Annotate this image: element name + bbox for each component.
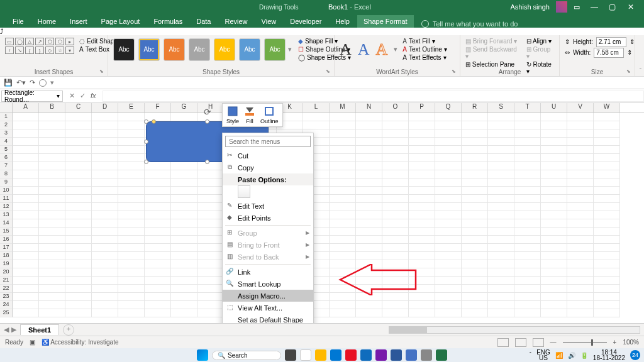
cell[interactable] <box>382 121 409 129</box>
cell[interactable] <box>462 121 488 129</box>
cell[interactable] <box>118 170 145 178</box>
cell[interactable] <box>567 277 594 285</box>
column-header[interactable]: L <box>303 103 330 112</box>
cell[interactable] <box>567 129 594 138</box>
text-fill-button[interactable]: AText Fill▾ <box>402 38 447 45</box>
cell[interactable] <box>594 146 620 154</box>
cell[interactable] <box>567 195 594 203</box>
cell[interactable] <box>145 178 171 187</box>
cell[interactable] <box>409 244 435 252</box>
cell[interactable] <box>356 219 382 228</box>
column-header[interactable]: M <box>330 103 356 112</box>
cell[interactable] <box>435 162 462 170</box>
cell[interactable] <box>65 170 92 178</box>
cell[interactable] <box>409 138 435 146</box>
column-header[interactable]: R <box>462 103 488 112</box>
cell[interactable] <box>118 203 145 211</box>
cell[interactable] <box>514 170 541 178</box>
cell[interactable] <box>435 170 462 178</box>
cell[interactable] <box>594 244 620 252</box>
cell[interactable] <box>462 195 488 203</box>
cell[interactable] <box>92 309 118 317</box>
cell[interactable] <box>145 244 171 252</box>
cell[interactable] <box>488 252 514 260</box>
cell[interactable] <box>13 211 39 219</box>
row-header[interactable]: 11 <box>0 195 13 203</box>
cell[interactable] <box>356 138 382 146</box>
resize-handle[interactable] <box>205 160 209 164</box>
cell[interactable] <box>541 252 567 260</box>
row-header[interactable]: 13 <box>0 211 13 219</box>
cell[interactable] <box>330 146 356 154</box>
cell[interactable] <box>382 129 409 138</box>
cell[interactable] <box>514 268 541 277</box>
row-header[interactable]: 16 <box>0 236 13 244</box>
cell[interactable] <box>567 121 594 129</box>
cell[interactable] <box>197 178 224 187</box>
style-swatch[interactable]: Abc <box>189 38 210 61</box>
cell[interactable] <box>145 203 171 211</box>
cell[interactable] <box>435 301 462 309</box>
cell[interactable] <box>39 301 65 309</box>
cell[interactable] <box>409 285 435 293</box>
cell[interactable] <box>171 113 197 121</box>
cell[interactable] <box>594 187 620 195</box>
column-header[interactable]: A <box>13 103 39 112</box>
redo-icon[interactable]: ↷ <box>30 79 35 87</box>
cell[interactable] <box>171 301 197 309</box>
cell[interactable] <box>65 260 92 268</box>
row-header[interactable]: 22 <box>0 285 13 293</box>
cell[interactable] <box>594 285 620 293</box>
cell[interactable] <box>541 138 567 146</box>
cell[interactable] <box>594 195 620 203</box>
cell[interactable] <box>409 195 435 203</box>
cell[interactable] <box>65 146 92 154</box>
cell[interactable] <box>39 219 65 228</box>
cell[interactable] <box>435 203 462 211</box>
cell[interactable] <box>462 277 488 285</box>
cell[interactable] <box>330 309 356 317</box>
collapse-ribbon-icon[interactable]: ˇ <box>640 68 641 75</box>
cell[interactable] <box>118 252 145 260</box>
menu-item-send-back[interactable]: ▥Send to Back▶ <box>223 251 313 263</box>
app-icon[interactable] <box>421 349 432 361</box>
cell[interactable] <box>13 301 39 309</box>
next-sheet-icon[interactable]: ▶ <box>11 326 16 334</box>
cell[interactable] <box>382 203 409 211</box>
style-swatch[interactable]: Abc <box>138 38 160 61</box>
cell[interactable] <box>382 309 409 317</box>
horizontal-scrollbar[interactable] <box>389 326 640 334</box>
align-button[interactable]: ⊟ Align ▾ <box>526 38 554 45</box>
cell[interactable] <box>92 138 118 146</box>
cell[interactable] <box>462 187 488 195</box>
cell[interactable] <box>488 121 514 129</box>
row-header[interactable]: 24 <box>0 301 13 309</box>
cell[interactable] <box>118 121 145 129</box>
cell[interactable] <box>330 252 356 260</box>
explorer-icon[interactable] <box>315 349 326 361</box>
cell[interactable] <box>514 138 541 146</box>
tell-me[interactable]: Tell me what you want to do <box>421 20 518 28</box>
shapes-gallery[interactable]: ▭◯△↗⬠⬡▸ /↘{}◇☆▾ <box>5 38 74 54</box>
cell[interactable] <box>594 178 620 187</box>
cell[interactable] <box>382 146 409 154</box>
cell[interactable] <box>118 285 145 293</box>
cell[interactable] <box>39 244 65 252</box>
cell[interactable] <box>356 309 382 317</box>
cell[interactable] <box>567 162 594 170</box>
cell[interactable] <box>594 129 620 138</box>
edge-icon[interactable] <box>330 349 341 361</box>
cell[interactable] <box>65 178 92 187</box>
cell[interactable] <box>118 211 145 219</box>
cell[interactable] <box>567 293 594 301</box>
cell[interactable] <box>92 211 118 219</box>
cell[interactable] <box>65 244 92 252</box>
cell[interactable] <box>39 195 65 203</box>
cell[interactable] <box>65 252 92 260</box>
cell[interactable] <box>435 285 462 293</box>
menu-item-alt-text[interactable]: ⬚View Alt Text... <box>223 302 313 314</box>
cell[interactable] <box>594 293 620 301</box>
cell[interactable] <box>488 228 514 236</box>
style-swatch[interactable]: Abc <box>214 38 235 61</box>
cell[interactable] <box>541 236 567 244</box>
